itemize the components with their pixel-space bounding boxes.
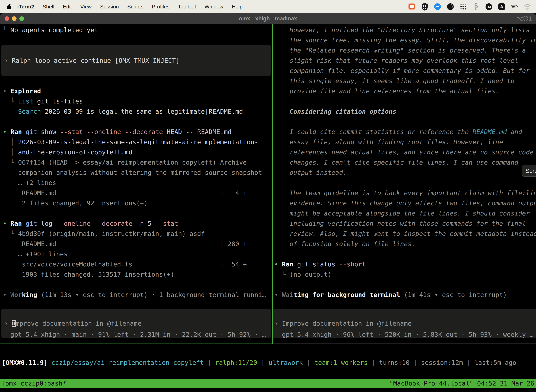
reasoning-text: However, I noticed the "Directory Struct… [273, 25, 536, 35]
reasoning-text: provide file and line references from th… [273, 86, 536, 96]
menu-item-shell[interactable]: Shell [38, 4, 58, 10]
menu-item-view[interactable]: View [76, 4, 96, 10]
model-status-line: gpt-5.4 xhigh · main · 91% left · 2.31M … [0, 330, 273, 340]
waiting-activity-line: • Waiting for background terminal (1m 41… [273, 290, 536, 300]
git-show-output: └ 067f154 (HEAD -> essay/ai-reimplementa… [0, 157, 273, 168]
reasoning-text: companion file, especially if more comme… [273, 66, 536, 76]
reasoning-text: slight risk that future readers may over… [273, 56, 536, 66]
agents-status-line: └ No agents completed yet [0, 25, 273, 35]
ran-git-status-command: • Ran git status --short [273, 259, 536, 269]
prompt-input-text: › Improve documentation in @filename [1, 318, 271, 329]
reasoning-text: output instead. [273, 168, 536, 178]
right-pane-bottom-border [273, 344, 536, 344]
dots-grid-icon[interactable] [459, 3, 467, 11]
menu-item-scripts[interactable]: Scripts [123, 4, 148, 10]
reasoning-text: changes, I can't cite specific file line… [273, 157, 536, 168]
menu-bar-status-icons: ..61 A [408, 3, 536, 11]
reasoning-text: including verification notes with those … [273, 219, 536, 229]
menu-item-help[interactable]: Help [228, 4, 247, 10]
window-shortcut-badge: ⌥⌘1 [517, 13, 532, 24]
badge-61-icon[interactable]: ..61 [485, 3, 493, 11]
reasoning-text: might be acceptable alongside the file l… [273, 208, 536, 219]
git-log-output: src/voice/voiceModeEnabled.ts | 54 + [0, 259, 273, 269]
tmux-session-label[interactable]: [omx-cczip0:bash* [1, 379, 66, 388]
reasoning-heading: Considering citation options [273, 107, 536, 117]
reasoning-text: the source tree, missing the essay. Stil… [273, 35, 536, 45]
git-show-output: … +2 lines [0, 178, 273, 188]
git-show-output: 2 files changed, 92 insertions(+) [0, 198, 273, 208]
reasoning-text: I could cite commit statistics or refere… [273, 127, 536, 137]
menu-item-iterm2[interactable]: iTerm2 [13, 4, 38, 10]
reasoning-text: evidence. Since this change only affects… [273, 198, 536, 208]
ran-git-show-command: • Ran git show --stat --oneline --decora… [0, 127, 273, 137]
explored-list-line: └ List git ls-files [0, 96, 273, 107]
reasoning-text: review. Also, I might want to inspect th… [273, 229, 536, 239]
reasoning-text: this single essay, it seems like a good … [273, 76, 536, 86]
wifi-icon[interactable] [523, 3, 531, 11]
right-terminal-pane: However, I noticed the "Directory Struct… [273, 24, 536, 344]
command-wrap-line: │ and-the-erosion-of-copyleft.md [0, 147, 273, 157]
crescent-circle-icon[interactable] [446, 3, 455, 11]
pane-divider[interactable] [273, 24, 273, 344]
prompt-input-text: › Improve documentation in @filename [273, 318, 536, 329]
explored-header: • Explored [0, 86, 273, 96]
git-show-output: companion analysis without altering the … [0, 168, 273, 178]
reasoning-text: of focusing solely on file lines. [273, 239, 536, 249]
git-log-output: README.md | 280 + [0, 239, 273, 249]
tmux-status-bar: [omx-cczip0:bash* "MacBook-Pro-44.local"… [0, 379, 536, 388]
menu-item-session[interactable]: Session [96, 4, 123, 10]
model-status-line: gpt-5.4 xhigh · 96% left · 520K in · 5.8… [273, 330, 536, 340]
working-activity-line: • Working (11m 13s • esc to interrupt) ·… [0, 290, 273, 300]
squiggle-icon[interactable] [472, 3, 480, 11]
input-source-a-icon[interactable]: A [498, 3, 506, 11]
left-terminal-pane: └ No agents completed yet› Ralph loop ac… [0, 24, 273, 344]
tmux-host-clock: "MacBook-Pro-44.local" 04:52 31-Mar-26 [389, 379, 534, 388]
git-log-output: … +1901 lines [0, 249, 273, 259]
messenger-icon[interactable] [433, 3, 442, 11]
explored-search-line: Search 2026-03-09-is-legal-the-same-as-l… [0, 107, 273, 117]
ran-git-log-command: • Ran git log --oneline --decorate -n 5 … [0, 219, 273, 229]
reasoning-text: essay file, along with finding root file… [273, 137, 536, 147]
reasoning-text: the "Related research writing" section i… [273, 45, 536, 56]
menu-item-toolbelt[interactable]: Toolbelt [174, 4, 200, 10]
apple-menu-icon[interactable] [7, 4, 11, 9]
input-source-label: A [500, 5, 503, 9]
battery-charging-icon[interactable] [511, 3, 519, 11]
git-log-output: └ 4b9d30f (origin/main, instructkr/main,… [0, 229, 273, 239]
ralph-loop-banner: › Ralph loop active continue [OMX_TMUX_I… [1, 45, 271, 76]
reasoning-text: references need actual files, and since … [273, 147, 536, 157]
reasoning-text: The team guideline is to back every impo… [273, 188, 536, 198]
window-title: omx --xhigh --madmax [0, 13, 536, 24]
window-title-bar: omx --xhigh --madmax ⌥⌘1 [0, 13, 536, 24]
ralph-loop-banner-text: › Ralph loop active continue [OMX_TMUX_I… [1, 56, 271, 66]
git-status-output: └ (no output) [273, 269, 536, 280]
git-log-output: 1903 files changed, 513517 insertions(+) [0, 269, 273, 280]
badge-61-label: ..61 [487, 6, 491, 9]
keypad-shield-icon[interactable] [421, 3, 429, 11]
menu-item-edit[interactable]: Edit [58, 4, 76, 10]
menu-item-profiles[interactable]: Profiles [148, 4, 174, 10]
macos-menu-bar: iTerm2ShellEditViewSessionScriptsProfile… [0, 0, 536, 13]
screen-share-tooltip: Scre [522, 165, 536, 177]
menu-item-window[interactable]: Window [200, 4, 228, 10]
chat-icon[interactable] [408, 3, 416, 11]
menu-items: iTerm2ShellEditViewSessionScriptsProfile… [13, 4, 247, 10]
git-show-output: README.md | 4 + [0, 188, 273, 198]
left-pane-bottom-border [0, 344, 273, 344]
command-wrap-line: │ 2026-03-09-is-legal-the-same-as-legiti… [0, 137, 273, 147]
omx-status-line: [OMX#0.11.9] cczip/essay/ai-reimplementa… [0, 358, 536, 368]
